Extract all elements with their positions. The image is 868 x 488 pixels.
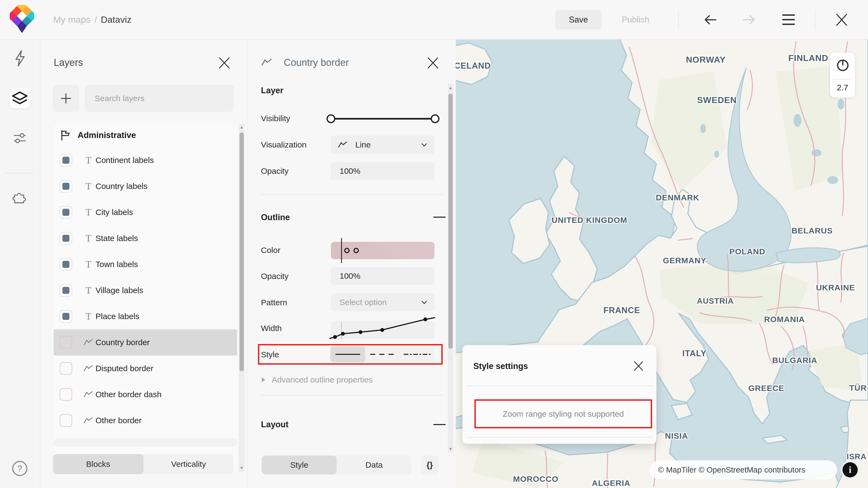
- layer-row[interactable]: Other border dash: [54, 382, 237, 408]
- plugins-button[interactable]: [10, 187, 30, 207]
- layer-row[interactable]: Country border: [54, 329, 237, 355]
- settings-tool-button[interactable]: [10, 128, 30, 148]
- help-button[interactable]: ?: [10, 458, 30, 479]
- layer-visibility-checkbox[interactable]: [60, 388, 72, 401]
- map-canvas[interactable]: CELANDNORWAYFINLANDSWEDENDENMARKUNITED K…: [456, 39, 868, 488]
- layer-visibility-checkbox[interactable]: [60, 414, 72, 427]
- chevron-down-icon: [421, 141, 428, 149]
- pattern-label: Pattern: [261, 298, 287, 307]
- layer-group-label: Administrative: [78, 130, 136, 140]
- scroll-down-icon[interactable]: ▼: [239, 465, 244, 470]
- layer-row[interactable]: Disputed border: [54, 355, 237, 382]
- maptiler-logo-icon[interactable]: [10, 5, 34, 34]
- publish-button[interactable]: Publish: [610, 10, 661, 30]
- layers-tool-button[interactable]: [10, 88, 30, 108]
- layer-opacity-label: Opacity: [261, 166, 289, 176]
- layer-row[interactable]: TCountry labels: [54, 173, 237, 199]
- collapse-layout-icon[interactable]: [433, 424, 446, 425]
- scroll-up-icon[interactable]: ▲: [448, 85, 453, 91]
- line-layer-icon: [83, 365, 94, 372]
- tab-verticality[interactable]: Verticality: [144, 454, 234, 474]
- layer-visibility-checkbox[interactable]: [60, 232, 72, 245]
- popup-message: Zoom range styling not supported: [503, 410, 624, 419]
- map-country-label: CELAND: [456, 61, 491, 71]
- code-view-button[interactable]: {}: [421, 455, 439, 475]
- advanced-outline-toggle[interactable]: Advanced outline properties: [261, 375, 373, 384]
- outline-opacity-label: Opacity: [261, 272, 289, 281]
- layer-row[interactable]: TPlace labels: [54, 303, 237, 329]
- layer-group-header[interactable]: Administrative: [54, 123, 237, 147]
- style-panel-close-icon[interactable]: [427, 57, 439, 69]
- attribution-text[interactable]: © MapTiler © OpenStreetMap contributors: [658, 465, 805, 475]
- layer-visibility-checkbox[interactable]: [60, 258, 72, 270]
- menu-hamburger-icon[interactable]: [782, 14, 795, 26]
- save-button[interactable]: Save: [555, 10, 601, 30]
- layer-label: Other border dash: [95, 390, 161, 399]
- outline-section-heading: Outline: [261, 213, 290, 222]
- redo-arrow-icon[interactable]: [742, 13, 756, 26]
- tool-rail: ?: [0, 39, 40, 488]
- pattern-select[interactable]: Select option: [331, 293, 435, 311]
- layer-row[interactable]: TState labels: [54, 225, 237, 251]
- layer-row[interactable]: Other border: [54, 408, 237, 433]
- next-layer-group-peek[interactable]: [54, 438, 237, 447]
- sliders-icon: [12, 130, 28, 146]
- topbar-divider: [678, 10, 679, 30]
- text-layer-icon: T: [86, 259, 91, 270]
- popup-close-icon[interactable]: [633, 361, 644, 371]
- visualization-select[interactable]: Line: [331, 135, 435, 154]
- layer-visibility-checkbox[interactable]: [60, 336, 72, 349]
- scroll-up-icon[interactable]: ▲: [239, 124, 244, 130]
- layer-visibility-checkbox[interactable]: [60, 310, 72, 323]
- layer-visibility-checkbox[interactable]: [60, 284, 72, 297]
- style-panel-scroll-thumb[interactable]: [448, 94, 453, 349]
- layer-label: Place labels: [95, 312, 140, 321]
- zoom-level-value[interactable]: 2.7: [830, 83, 855, 92]
- layer-visibility-checkbox[interactable]: [60, 154, 72, 166]
- layer-row[interactable]: TVillage labels: [54, 278, 237, 303]
- map-country-label: SWEDEN: [697, 95, 737, 105]
- layer-opacity-input[interactable]: 100%: [331, 162, 435, 180]
- layer-label: Disputed border: [95, 364, 153, 373]
- quick-actions-button[interactable]: [10, 48, 30, 68]
- layer-label: Country labels: [95, 182, 148, 191]
- breadcrumb-root[interactable]: My maps: [53, 14, 91, 25]
- text-layer-icon: T: [86, 311, 91, 322]
- map-attribution: © MapTiler © OpenStreetMap contributors: [650, 460, 837, 479]
- layer-row[interactable]: TContinent labels: [54, 147, 237, 173]
- attribution-info-button[interactable]: i: [841, 461, 859, 479]
- style-panel-scrollbar[interactable]: ▲ ▼: [448, 84, 453, 453]
- layer-list-scroll-thumb[interactable]: [240, 133, 244, 371]
- width-curve[interactable]: [327, 314, 440, 344]
- tab-blocks[interactable]: Blocks: [53, 454, 144, 474]
- undo-arrow-icon[interactable]: [703, 13, 717, 26]
- topbar-divider-2: [815, 10, 815, 30]
- layer-label: Village labels: [95, 286, 143, 295]
- flag-icon: [60, 130, 70, 141]
- tab-data[interactable]: Data: [337, 455, 411, 475]
- layer-row[interactable]: TCity labels: [54, 199, 237, 225]
- window-close-icon[interactable]: [836, 14, 848, 26]
- layer-list-scrollbar[interactable]: ▲ ▼: [239, 123, 244, 472]
- layer-visibility-checkbox[interactable]: [60, 362, 72, 375]
- search-layers-input[interactable]: Search layers: [85, 85, 234, 112]
- layers-bottom-tabs: Blocks Verticality: [53, 454, 234, 474]
- add-layer-button[interactable]: [53, 85, 79, 112]
- tab-style[interactable]: Style: [262, 455, 337, 475]
- popup-divider: [467, 386, 652, 386]
- layers-panel-close-icon[interactable]: [218, 57, 230, 69]
- collapse-outline-icon[interactable]: [433, 217, 446, 218]
- scroll-down-icon[interactable]: ▼: [448, 446, 453, 452]
- time-dial-icon[interactable]: [837, 59, 849, 72]
- visibility-range-slider[interactable]: [326, 112, 440, 125]
- layer-visibility-checkbox[interactable]: [60, 180, 72, 193]
- popup-divider-2: [467, 437, 652, 437]
- color-ramp-stops[interactable]: [331, 237, 435, 264]
- outline-opacity-input[interactable]: 100%: [331, 267, 435, 285]
- layer-row[interactable]: TTown labels: [54, 251, 237, 278]
- layers-panel-title: Layers: [54, 57, 83, 68]
- line-visualization-icon: [337, 141, 348, 149]
- map-country-label: UKRAINE: [816, 283, 855, 292]
- layer-visibility-checkbox[interactable]: [60, 206, 72, 219]
- puzzle-icon: [12, 189, 28, 205]
